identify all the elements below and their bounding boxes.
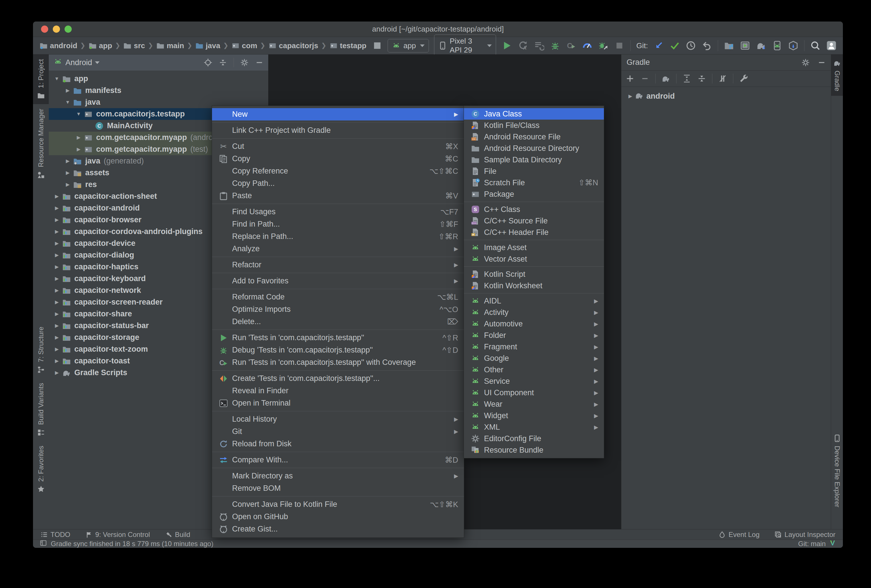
locate-icon[interactable] [204, 58, 212, 67]
menu-item-copy-path[interactable]: Copy Path... [212, 177, 464, 190]
tree-toggle-icon[interactable]: ▶ [63, 158, 73, 164]
tree-toggle-icon[interactable]: ▶ [52, 205, 62, 211]
tree-toggle-icon[interactable]: ▶ [52, 370, 62, 376]
menu-item-local-history[interactable]: Local History▶ [212, 413, 464, 425]
menu-item-activity[interactable]: Activity▶ [464, 307, 604, 318]
menu-item-convert-java-file-to-kotlin-file[interactable]: Convert Java File to Kotlin File⌥⇧⌘K [212, 498, 464, 510]
toggle-offline-icon[interactable] [718, 74, 727, 83]
menu-item-kotlin-worksheet[interactable]: Kotlin Worksheet [464, 280, 604, 292]
bottom-bar-9-version-control[interactable]: 9: Version Control [85, 531, 150, 539]
menu-item-wear[interactable]: Wear▶ [464, 398, 604, 410]
menu-item-open-on-github[interactable]: Open on GitHub [212, 510, 464, 523]
minimize-icon[interactable] [255, 58, 263, 67]
menu-item-android-resource-file[interactable]: <>Android Resource File [464, 131, 604, 142]
tool-window-button-1-project[interactable]: 1: Project [33, 54, 49, 104]
menu-item-replace-in-path[interactable]: Replace in Path...⇧⌘R [212, 230, 464, 242]
breadcrumb-java[interactable]: java [195, 41, 220, 50]
menu-item-fragment[interactable]: Fragment▶ [464, 341, 604, 353]
menu-item-android-resource-directory[interactable]: Android Resource Directory [464, 142, 604, 154]
bottom-bar-layout-inspector[interactable]: Layout Inspector [775, 531, 835, 539]
menu-item-ui-component[interactable]: UI Component▶ [464, 387, 604, 398]
project-view-mode[interactable]: Android [66, 58, 92, 67]
gradle-sync-icon[interactable] [756, 40, 766, 51]
tree-toggle-icon[interactable]: ▼ [73, 111, 84, 117]
menu-item-other[interactable]: Other▶ [464, 364, 604, 376]
menu-item-scratch-file[interactable]: Scratch File⇧⌘N [464, 177, 604, 189]
menu-item-c-c-source-file[interactable]: C++C/C++ Source File [464, 215, 604, 227]
tree-toggle-icon[interactable]: ▶ [52, 193, 62, 199]
bottom-bar-event-log[interactable]: Event Log [718, 531, 759, 539]
tree-toggle-icon[interactable]: ▼ [63, 100, 73, 105]
menu-item-find-in-path[interactable]: Find in Path...⇧⌘F [212, 218, 464, 230]
menu-item-mark-directory-as[interactable]: Mark Directory as▶ [212, 470, 464, 482]
search-icon[interactable] [810, 40, 820, 51]
tree-toggle-icon[interactable]: ▶ [52, 252, 62, 258]
breadcrumb-capacitorjs[interactable]: capacitorjs [268, 41, 318, 50]
apply-changes-icon[interactable]: A [518, 40, 528, 51]
tool-window-button-2-favorites[interactable]: 2: Favorites [33, 441, 49, 498]
menu-item-vector-asset[interactable]: Vector Asset [464, 253, 604, 265]
tree-toggle-icon[interactable]: ▶ [52, 323, 62, 329]
menu-item-resource-bundle[interactable]: Resource Bundle [464, 444, 604, 456]
menu-item-service[interactable]: Service▶ [464, 376, 604, 387]
menu-item-folder[interactable]: Folder▶ [464, 329, 604, 341]
tree-toggle-icon[interactable]: ▶ [52, 276, 62, 282]
git-update-icon[interactable] [654, 40, 664, 51]
menu-item-cut[interactable]: ✂Cut⌘X [212, 140, 464, 153]
tool-window-button-resource-manager[interactable]: Resource Manager [33, 104, 49, 183]
tool-windows-icon[interactable] [40, 540, 47, 548]
avd-manager-icon[interactable] [772, 40, 782, 51]
gear-icon[interactable] [801, 58, 810, 67]
tree-toggle-icon[interactable]: ▶ [52, 287, 62, 293]
tree-toggle-icon[interactable]: ▶ [63, 181, 73, 188]
collapse-panel-icon[interactable] [697, 74, 706, 83]
menu-item-run-tests-in-com-capacitorjs-testapp-with-coverage[interactable]: CRun 'Tests in 'com.capacitorjs.testapp'… [212, 356, 464, 368]
menu-item-java-class[interactable]: CJava Class [464, 108, 604, 120]
menu-item-package[interactable]: Package [464, 189, 604, 200]
breadcrumb-app[interactable]: app [88, 41, 112, 50]
wrench-icon[interactable] [739, 74, 748, 83]
attach-debugger-icon[interactable] [598, 40, 609, 51]
tree-toggle-icon[interactable]: ▶ [52, 240, 62, 246]
tool-window-button-7-structure[interactable]: 7: Structure [33, 322, 49, 379]
gear-icon[interactable] [240, 58, 249, 67]
git-commit-icon[interactable] [670, 40, 680, 51]
profile-app-icon[interactable]: C [566, 40, 576, 51]
avatar-icon[interactable] [826, 40, 837, 51]
tool-window-button-gradle[interactable]: Gradle [831, 54, 843, 96]
expand-all-icon[interactable] [682, 74, 691, 83]
menu-item-xml[interactable]: XML▶ [464, 421, 604, 433]
run-configuration-select[interactable]: app [388, 39, 429, 52]
menu-item-reveal-in-finder[interactable]: Reveal in Finder [212, 385, 464, 397]
tool-window-button-build-variants[interactable]: Build Variants [33, 379, 49, 441]
menu-item-create-gist[interactable]: Create Gist... [212, 523, 464, 535]
menu-item-aidl[interactable]: AIDL▶ [464, 295, 604, 307]
menu-item-kotlin-script[interactable]: Kotlin Script [464, 268, 604, 280]
menu-item-google[interactable]: Google▶ [464, 353, 604, 364]
git-rollback-icon[interactable] [702, 40, 712, 51]
tree-toggle-icon[interactable]: ▶ [52, 229, 62, 235]
minimize-icon[interactable] [817, 58, 826, 67]
menu-item-reformat-code[interactable]: Reformat Code⌥⌘L [212, 291, 464, 303]
apply-code-changes-icon[interactable] [534, 40, 544, 51]
menu-item-git[interactable]: Git▶ [212, 425, 464, 438]
lightning-icon[interactable] [372, 40, 382, 51]
menu-item-compare-with[interactable]: Compare With...⌘D [212, 454, 464, 466]
git-history-icon[interactable] [685, 40, 696, 51]
device-select[interactable]: Pixel 3 API 29 [434, 34, 496, 57]
menu-item-reload-from-disk[interactable]: Reload from Disk [212, 438, 464, 450]
menu-item-link-c-project-with-gradle[interactable]: Link C++ Project with Gradle [212, 124, 464, 136]
tree-toggle-icon[interactable]: ▶ [63, 170, 73, 176]
stop-icon[interactable] [614, 40, 624, 51]
menu-item-file[interactable]: File [464, 166, 604, 177]
menu-item-find-usages[interactable]: Find Usages⌥F7 [212, 206, 464, 218]
device-manager-icon[interactable] [724, 40, 734, 51]
menu-item-optimize-imports[interactable]: Optimize Imports^⌥O [212, 303, 464, 316]
menu-item-delete[interactable]: Delete...⌦ [212, 316, 464, 328]
tree-toggle-icon[interactable]: ▶ [52, 299, 62, 305]
breadcrumb-main[interactable]: main [156, 41, 184, 50]
tree-toggle-icon[interactable]: ▶ [52, 334, 62, 340]
menu-item-run-tests-in-com-capacitorjs-testapp[interactable]: Run 'Tests in 'com.capacitorjs.testapp''… [212, 332, 464, 344]
bottom-bar-build[interactable]: Build [165, 531, 190, 539]
menu-item-new[interactable]: New▶ [212, 108, 464, 120]
